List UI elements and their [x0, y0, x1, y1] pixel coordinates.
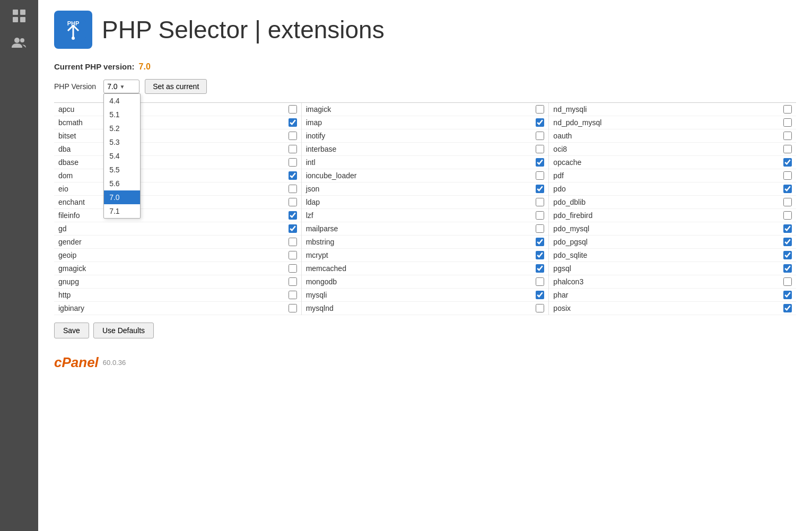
extension-name: opcache: [553, 158, 581, 167]
extension-checkbox[interactable]: [289, 198, 297, 206]
extensions-container: apcubcmathbitsetdbadbasedomeioenchantfil…: [54, 102, 796, 315]
table-row: json: [302, 182, 549, 196]
current-version-value: 7.0: [139, 62, 151, 71]
extension-name: bcmath: [58, 118, 83, 127]
extension-checkbox[interactable]: [536, 211, 544, 220]
extension-checkbox[interactable]: [289, 251, 297, 259]
version-option-71[interactable]: 7.1: [104, 204, 140, 218]
table-row: nd_mysqli: [549, 103, 796, 116]
extension-checkbox[interactable]: [536, 118, 544, 127]
set-as-current-button[interactable]: Set as current: [145, 79, 207, 94]
extension-checkbox[interactable]: [536, 291, 544, 299]
extension-checkbox[interactable]: [289, 291, 297, 299]
version-dropdown-wrapper: 7.0 ▼ 4.4 5.1 5.2 5.3 5.4 5.5 5.6 7.0 7.…: [103, 80, 139, 93]
extension-checkbox[interactable]: [536, 105, 544, 114]
table-row: fileinfo: [54, 209, 301, 222]
extension-checkbox[interactable]: [289, 304, 297, 312]
extension-checkbox[interactable]: [536, 158, 544, 167]
table-row: pdo_dblib: [549, 196, 796, 209]
extension-checkbox[interactable]: [783, 251, 792, 259]
extension-checkbox[interactable]: [289, 132, 297, 140]
grid-icon[interactable]: [8, 5, 30, 27]
extension-checkbox[interactable]: [783, 264, 792, 273]
extension-checkbox[interactable]: [536, 251, 544, 259]
extension-checkbox[interactable]: [289, 277, 297, 286]
version-option-53[interactable]: 5.3: [104, 135, 140, 149]
table-row: pgsql: [549, 262, 796, 275]
version-option-55[interactable]: 5.5: [104, 163, 140, 177]
table-row: http: [54, 289, 301, 302]
extension-checkbox[interactable]: [289, 105, 297, 114]
extension-checkbox[interactable]: [783, 224, 792, 233]
extension-checkbox[interactable]: [783, 158, 792, 167]
main-content: PHP PHP Selector | extensions Current PH…: [38, 0, 812, 531]
extension-name: pdo: [553, 185, 565, 193]
table-row: opcache: [549, 156, 796, 169]
extension-name: http: [58, 291, 71, 299]
version-select-button[interactable]: 7.0 ▼: [103, 80, 139, 93]
extension-checkbox[interactable]: [783, 238, 792, 246]
extension-checkbox[interactable]: [783, 185, 792, 193]
save-button[interactable]: Save: [54, 323, 89, 338]
extension-checkbox[interactable]: [289, 224, 297, 233]
extension-checkbox[interactable]: [783, 291, 792, 299]
extension-checkbox[interactable]: [536, 185, 544, 193]
extension-checkbox[interactable]: [783, 211, 792, 220]
table-row: pdo_firebird: [549, 209, 796, 222]
extension-checkbox[interactable]: [289, 211, 297, 220]
extension-name: posix: [553, 304, 571, 312]
extension-checkbox[interactable]: [536, 224, 544, 233]
extension-checkbox[interactable]: [289, 238, 297, 246]
version-option-51[interactable]: 5.1: [104, 108, 140, 121]
extension-checkbox[interactable]: [536, 277, 544, 286]
extension-checkbox[interactable]: [783, 132, 792, 140]
extension-checkbox[interactable]: [783, 304, 792, 312]
table-row: oauth: [549, 129, 796, 143]
extension-checkbox[interactable]: [536, 198, 544, 206]
extensions-column-1: apcubcmathbitsetdbadbasedomeioenchantfil…: [54, 103, 302, 315]
extension-checkbox[interactable]: [536, 264, 544, 273]
extension-checkbox[interactable]: [536, 132, 544, 140]
extension-name: oauth: [553, 132, 572, 140]
extension-checkbox[interactable]: [783, 198, 792, 206]
svg-rect-3: [20, 17, 25, 22]
extension-checkbox[interactable]: [783, 171, 792, 180]
extension-name: nd_mysqli: [553, 105, 587, 114]
version-option-44[interactable]: 4.4: [104, 94, 140, 108]
version-option-54[interactable]: 5.4: [104, 149, 140, 163]
extension-checkbox[interactable]: [783, 145, 792, 153]
extension-checkbox[interactable]: [536, 304, 544, 312]
extension-checkbox[interactable]: [289, 145, 297, 153]
table-row: gnupg: [54, 275, 301, 289]
extension-name: mailparse: [306, 224, 338, 233]
sidebar: [0, 0, 38, 531]
extension-checkbox[interactable]: [536, 238, 544, 246]
extension-name: gd: [58, 224, 67, 233]
users-icon[interactable]: [8, 32, 30, 53]
extension-name: pdo_dblib: [553, 198, 586, 206]
extension-checkbox[interactable]: [536, 171, 544, 180]
extension-checkbox[interactable]: [289, 158, 297, 167]
extension-checkbox[interactable]: [783, 105, 792, 114]
extension-checkbox[interactable]: [289, 171, 297, 180]
extension-name: dom: [58, 171, 73, 180]
extension-checkbox[interactable]: [783, 118, 792, 127]
extension-checkbox[interactable]: [783, 277, 792, 286]
version-selector-row: PHP Version 7.0 ▼ 4.4 5.1 5.2 5.3 5.4 5.…: [54, 79, 796, 94]
version-option-56[interactable]: 5.6: [104, 177, 140, 190]
extension-checkbox[interactable]: [289, 185, 297, 193]
table-row: phar: [549, 289, 796, 302]
version-option-52[interactable]: 5.2: [104, 121, 140, 135]
current-version-label: Current PHP version:: [54, 62, 134, 71]
extension-name: geoip: [58, 251, 76, 259]
extension-name: json: [306, 185, 320, 193]
table-row: phalcon3: [549, 275, 796, 289]
table-row: imap: [302, 116, 549, 129]
use-defaults-button[interactable]: Use Defaults: [93, 323, 154, 338]
extension-name: bitset: [58, 132, 76, 140]
version-option-70[interactable]: 7.0: [104, 190, 140, 204]
extension-name: mongodb: [306, 277, 337, 286]
extension-checkbox[interactable]: [289, 118, 297, 127]
extension-checkbox[interactable]: [536, 145, 544, 153]
extension-checkbox[interactable]: [289, 264, 297, 273]
